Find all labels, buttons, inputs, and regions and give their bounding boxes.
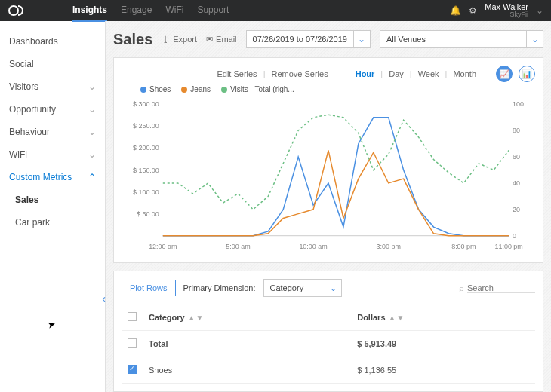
sidebar-collapse-icon[interactable]: ‹ bbox=[102, 292, 106, 305]
cell-category: Shoes bbox=[143, 357, 351, 384]
page-header: Sales ⭳Export ✉Email 07/26/2019 to 07/26… bbox=[113, 21, 543, 57]
primary-dimension-label: Primary Dimension: bbox=[183, 283, 256, 292]
sidebar-item-label: Dashboards bbox=[9, 36, 58, 47]
svg-text:$ 50.00: $ 50.00 bbox=[137, 210, 159, 218]
separator: | bbox=[410, 69, 412, 78]
svg-text:40: 40 bbox=[513, 179, 520, 187]
primary-dimension-dropdown[interactable]: Category ⌄ bbox=[263, 279, 342, 297]
svg-text:$ 200.00: $ 200.00 bbox=[133, 144, 159, 152]
sidebar: Dashboards Social Visitors⌄ Opportunity⌄… bbox=[0, 21, 106, 392]
logo bbox=[8, 4, 27, 17]
download-icon: ⭳ bbox=[162, 35, 170, 44]
sidebar-child-carpark[interactable]: Car park bbox=[0, 211, 105, 234]
search-icon: ⌕ bbox=[459, 283, 464, 292]
sidebar-item-custom-metrics[interactable]: Custom Metrics⌃ bbox=[0, 166, 105, 188]
cell-category: Total bbox=[143, 331, 351, 357]
column-header-category[interactable]: Category▲▼ bbox=[143, 305, 351, 331]
sidebar-item-wifi[interactable]: WiFi⌄ bbox=[0, 143, 105, 166]
sidebar-item-behaviour[interactable]: Behaviour⌄ bbox=[0, 121, 105, 143]
row-checkbox[interactable] bbox=[128, 338, 137, 348]
select-all-checkbox[interactable] bbox=[128, 312, 137, 321]
column-label: Dollars bbox=[357, 313, 385, 322]
export-button[interactable]: ⭳Export bbox=[162, 35, 197, 44]
search-input[interactable] bbox=[467, 283, 535, 293]
topnav-item-engage[interactable]: Engage bbox=[121, 0, 152, 22]
legend-label: Shoes bbox=[149, 85, 171, 93]
main: Sales ⭳Export ✉Email 07/26/2019 to 07/26… bbox=[106, 21, 551, 392]
user-org: SkyFii bbox=[485, 11, 528, 19]
svg-text:12:00 am: 12:00 am bbox=[149, 243, 177, 250]
topnav-item-insights[interactable]: Insights bbox=[72, 0, 107, 22]
separator: | bbox=[380, 69, 383, 78]
table-row: Shoes $ 1,136.55 bbox=[122, 357, 535, 384]
primary-dimension-value: Category bbox=[264, 283, 325, 292]
sidebar-item-dashboards[interactable]: Dashboards bbox=[0, 30, 105, 53]
legend-item: Shoes bbox=[140, 85, 171, 93]
table-controls: Plot Rows Primary Dimension: Category ⌄ … bbox=[122, 279, 535, 297]
granularity-week[interactable]: Week bbox=[418, 69, 439, 78]
svg-text:5:00 am: 5:00 am bbox=[226, 243, 250, 250]
topbar: Insights Engage WiFi Support 🔔 ⚙ Max Wal… bbox=[0, 0, 551, 21]
column-header-dollars[interactable]: Dollars▲▼ bbox=[351, 305, 535, 331]
venue-dropdown[interactable]: All Venues ⌄ bbox=[380, 30, 543, 48]
legend-label: Jeans bbox=[190, 85, 211, 93]
email-button[interactable]: ✉Email bbox=[206, 35, 237, 44]
sidebar-item-label: WiFi bbox=[9, 149, 27, 160]
cell-dollars: $ 1,136.55 bbox=[351, 357, 535, 384]
svg-text:10:00 am: 10:00 am bbox=[299, 243, 327, 250]
granularity-day[interactable]: Day bbox=[389, 69, 404, 78]
remove-series-link[interactable]: Remove Series bbox=[271, 69, 328, 78]
edit-series-link[interactable]: Edit Series bbox=[217, 69, 257, 78]
sidebar-item-label: Opportunity bbox=[9, 104, 56, 115]
sidebar-item-label: Visitors bbox=[9, 81, 38, 92]
column-label: Category bbox=[149, 313, 185, 322]
chevron-down-icon[interactable]: ⌄ bbox=[325, 280, 341, 296]
chevron-down-icon: ⌄ bbox=[88, 127, 96, 137]
chart: $ 50.00$ 100.00$ 150.00$ 200.00$ 250.00$… bbox=[122, 96, 535, 255]
svg-text:3:00 pm: 3:00 pm bbox=[377, 243, 401, 250]
svg-text:100: 100 bbox=[513, 100, 524, 108]
chevron-down-icon[interactable]: ⌄ bbox=[526, 31, 543, 47]
svg-text:80: 80 bbox=[513, 127, 520, 134]
sidebar-item-visitors[interactable]: Visitors⌄ bbox=[0, 75, 105, 98]
user-block[interactable]: Max Walker SkyFii bbox=[485, 2, 528, 19]
svg-text:20: 20 bbox=[513, 206, 520, 213]
line-view-button[interactable]: 📈 bbox=[496, 66, 513, 82]
separator: | bbox=[263, 69, 266, 78]
granularity-hour[interactable]: Hour bbox=[356, 69, 375, 78]
sidebar-item-label: Behaviour bbox=[9, 127, 50, 137]
topbar-right: 🔔 ⚙ Max Walker SkyFii ⌄ bbox=[450, 2, 543, 19]
search-box[interactable]: ⌕ bbox=[459, 283, 535, 293]
svg-text:11:00 pm: 11:00 pm bbox=[494, 243, 522, 250]
sidebar-item-opportunity[interactable]: Opportunity⌄ bbox=[0, 98, 105, 121]
plot-rows-button[interactable]: Plot Rows bbox=[122, 280, 176, 296]
gear-icon[interactable]: ⚙ bbox=[469, 5, 477, 16]
svg-text:60: 60 bbox=[513, 153, 520, 161]
date-range-value: 07/26/2019 to 07/26/2019 bbox=[247, 35, 353, 44]
table-row: Total $ 5,913.49 bbox=[122, 331, 535, 357]
chevron-down-icon: ⌄ bbox=[88, 81, 96, 92]
sidebar-item-label: Social bbox=[9, 59, 34, 69]
svg-text:8:00 pm: 8:00 pm bbox=[451, 243, 476, 250]
svg-point-0 bbox=[9, 6, 18, 15]
topnav-item-wifi[interactable]: WiFi bbox=[165, 0, 183, 22]
chevron-down-icon[interactable]: ⌄ bbox=[536, 5, 543, 16]
bar-view-button[interactable]: 📊 bbox=[519, 66, 535, 82]
sort-icon: ▲▼ bbox=[389, 314, 405, 322]
legend-dot-icon bbox=[140, 87, 146, 93]
chevron-down-icon[interactable]: ⌄ bbox=[353, 31, 370, 47]
sidebar-child-sales[interactable]: Sales bbox=[0, 188, 105, 211]
export-label: Export bbox=[173, 35, 197, 44]
svg-text:$ 150.00: $ 150.00 bbox=[133, 167, 159, 174]
sort-icon: ▲▼ bbox=[188, 314, 204, 322]
sidebar-item-social[interactable]: Social bbox=[0, 53, 105, 75]
svg-text:$ 100.00: $ 100.00 bbox=[133, 188, 159, 196]
legend-item: Visits - Total (righ... bbox=[221, 85, 294, 93]
table-panel: Plot Rows Primary Dimension: Category ⌄ … bbox=[113, 271, 543, 392]
bell-icon[interactable]: 🔔 bbox=[450, 5, 461, 16]
date-range-dropdown[interactable]: 07/26/2019 to 07/26/2019 ⌄ bbox=[246, 30, 371, 48]
separator: | bbox=[445, 69, 448, 78]
granularity-month[interactable]: Month bbox=[453, 69, 476, 78]
row-checkbox[interactable] bbox=[128, 365, 137, 374]
topnav-item-support[interactable]: Support bbox=[197, 0, 229, 22]
